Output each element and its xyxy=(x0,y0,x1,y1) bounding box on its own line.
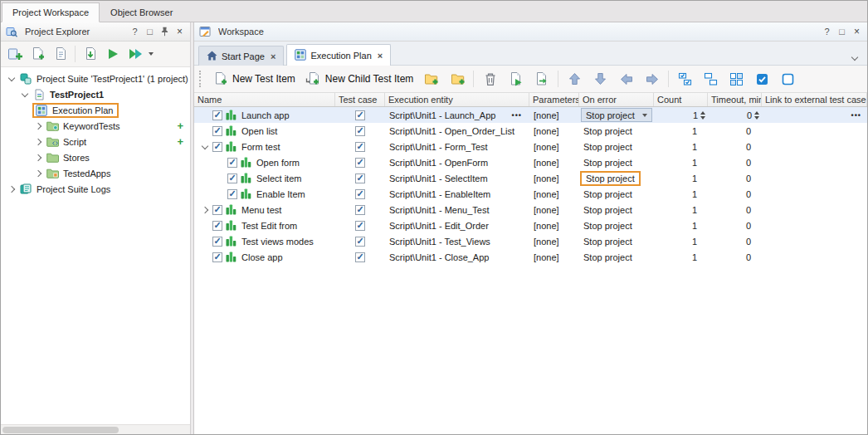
test-case-checkbox[interactable] xyxy=(355,205,365,215)
execution-entity-cell[interactable]: Script\Unit1 - Edit_Order xyxy=(385,218,529,233)
execution-entity-cell[interactable]: Script\Unit1 - Close_App xyxy=(385,249,529,265)
move-down-button[interactable] xyxy=(588,68,612,90)
on-error-cell[interactable]: Stop project xyxy=(579,170,654,186)
external-link-cell[interactable] xyxy=(762,123,867,139)
scrollbar-thumb[interactable] xyxy=(2,427,119,433)
external-link-cell[interactable] xyxy=(762,249,867,265)
timeout-cell[interactable]: 0 xyxy=(708,154,762,170)
uncheck-all-items-button[interactable] xyxy=(699,68,723,90)
parameters-cell[interactable]: [none] xyxy=(529,107,579,123)
add-new-item-button[interactable] xyxy=(27,44,48,65)
tree-item-script[interactable]: Script+ xyxy=(1,134,190,149)
test-item-row-form-test[interactable]: Form testScript\Unit1 - Form_Test[none]S… xyxy=(194,139,867,154)
execution-entity-cell[interactable]: Script\Unit1 - Test_Views xyxy=(385,233,529,249)
test-item-row-launch-app[interactable]: Launch appScript\Unit1 - Launch_App•••[n… xyxy=(194,107,867,123)
external-link-cell[interactable] xyxy=(762,233,867,249)
count-cell[interactable]: 1 xyxy=(654,218,708,233)
external-link-cell[interactable] xyxy=(762,154,867,170)
count-cell[interactable]: 1 xyxy=(654,170,708,186)
new-group-button[interactable] xyxy=(419,68,443,90)
expand-icon[interactable] xyxy=(35,138,41,144)
test-item-row-test-edit-from[interactable]: Test Edit fromScript\Unit1 - Edit_Order[… xyxy=(194,218,867,233)
execution-entity-cell[interactable]: Script\Unit1 - Menu_Test xyxy=(385,202,529,218)
disable-selected-button[interactable] xyxy=(776,68,800,90)
test-item-row-test-views-modes[interactable]: Test views modesScript\Unit1 - Test_View… xyxy=(194,233,867,249)
column-header-timeout[interactable]: Timeout, min xyxy=(708,93,762,106)
enable-selected-button[interactable] xyxy=(750,68,774,90)
test-item-row-menu-test[interactable]: Menu testScript\Unit1 - Menu_Test[none]S… xyxy=(194,202,867,218)
item-enabled-checkbox[interactable] xyxy=(227,174,237,183)
on-error-cell[interactable]: Stop project xyxy=(579,154,654,170)
pin-panel-icon[interactable] xyxy=(158,26,171,38)
move-left-button[interactable] xyxy=(614,68,638,90)
tab-start-page[interactable]: Start Page × xyxy=(198,46,284,66)
count-cell[interactable]: 1 xyxy=(654,233,708,249)
parameters-cell[interactable]: [none] xyxy=(529,186,579,202)
move-up-button[interactable] xyxy=(563,68,587,90)
toolbar-grip[interactable] xyxy=(199,71,202,87)
test-item-row-select-item[interactable]: Select itemScript\Unit1 - SelectItem[non… xyxy=(194,170,867,186)
timeout-cell[interactable]: 0 xyxy=(708,218,762,233)
expand-icon[interactable] xyxy=(202,206,208,213)
tree-item-testproject1[interactable]: TestProject1 xyxy=(1,86,190,102)
test-case-checkbox[interactable] xyxy=(355,221,365,231)
on-error-cell[interactable]: Stop project xyxy=(579,123,654,139)
run-options-dropdown-icon[interactable] xyxy=(149,52,154,56)
timeout-spinner[interactable] xyxy=(754,111,759,120)
timeout-cell[interactable]: 0 xyxy=(708,186,762,202)
test-item-row-open-list[interactable]: Open listScript\Unit1 - Open_Order_List[… xyxy=(194,123,867,139)
column-header-name[interactable]: Name xyxy=(194,93,335,106)
timeout-cell[interactable]: 0 xyxy=(708,249,762,265)
test-case-checkbox[interactable] xyxy=(355,189,365,199)
add-project-button[interactable] xyxy=(5,44,26,65)
close-panel-icon[interactable]: × xyxy=(851,26,863,38)
maximize-panel-icon[interactable]: □ xyxy=(144,26,156,38)
tab-list-dropdown-icon[interactable] xyxy=(852,51,857,61)
external-link-cell[interactable] xyxy=(762,186,867,202)
timeout-cell[interactable]: 0 xyxy=(708,233,762,249)
browse-entity-button[interactable]: ••• xyxy=(510,111,524,120)
add-icon[interactable]: + xyxy=(177,136,183,147)
test-case-checkbox[interactable] xyxy=(355,126,365,136)
close-panel-icon[interactable]: × xyxy=(173,26,186,38)
run-project-suite-button[interactable] xyxy=(124,44,145,65)
test-item-row-enable-item[interactable]: Enable ItemScript\Unit1 - EnableItem[non… xyxy=(194,186,867,202)
timeout-cell[interactable]: 0 xyxy=(708,123,762,139)
external-link-cell[interactable]: ••• xyxy=(762,107,867,123)
collapse-icon[interactable] xyxy=(8,74,15,81)
run-selected-item-button[interactable] xyxy=(504,68,528,90)
expand-icon[interactable] xyxy=(8,185,15,192)
test-item-row-open-form[interactable]: Open formScript\Unit1 - OpenForm[none]St… xyxy=(194,154,867,170)
tree-item-testedapps[interactable]: TestedApps xyxy=(1,165,190,181)
on-error-cell[interactable]: Stop project xyxy=(579,249,654,265)
test-case-checkbox[interactable] xyxy=(355,142,365,152)
execution-entity-cell[interactable]: Script\Unit1 - Launch_App••• xyxy=(385,107,529,123)
item-enabled-checkbox[interactable] xyxy=(212,126,222,136)
execution-entity-cell[interactable]: Script\Unit1 - EnableItem xyxy=(385,186,529,202)
count-cell[interactable]: 1 xyxy=(654,186,708,202)
execution-entity-cell[interactable]: Script\Unit1 - Form_Test xyxy=(385,139,529,154)
collapse-icon[interactable] xyxy=(202,142,208,149)
on-error-cell[interactable]: Stop project xyxy=(579,107,654,123)
item-enabled-checkbox[interactable] xyxy=(212,252,222,262)
tree-item-execution-plan[interactable]: Execution Plan xyxy=(1,102,190,118)
timeout-cell[interactable]: 0 xyxy=(708,170,762,186)
test-item-row-close-app[interactable]: Close appScript\Unit1 - Close_App[none]S… xyxy=(194,249,867,265)
run-test-button[interactable] xyxy=(102,44,123,65)
on-error-dropdown[interactable]: Stop project xyxy=(581,108,652,122)
parameters-cell[interactable]: [none] xyxy=(529,123,579,139)
add-icon[interactable]: + xyxy=(177,120,183,131)
parameters-cell[interactable]: [none] xyxy=(529,202,579,218)
tab-execution-plan[interactable]: Execution Plan × xyxy=(286,44,391,66)
help-icon[interactable]: ? xyxy=(129,26,141,38)
test-case-checkbox[interactable] xyxy=(355,110,365,120)
column-header-test-case[interactable]: Test case xyxy=(335,93,385,106)
tab-object-browser[interactable]: Object Browser xyxy=(100,2,183,22)
maximize-panel-icon[interactable]: □ xyxy=(836,26,848,38)
count-cell[interactable]: 1 xyxy=(654,107,708,123)
execution-entity-cell[interactable]: Script\Unit1 - Open_Order_List xyxy=(385,123,529,139)
item-enabled-checkbox[interactable] xyxy=(227,158,237,168)
external-link-cell[interactable] xyxy=(762,202,867,218)
parameters-cell[interactable]: [none] xyxy=(529,170,579,186)
expand-icon[interactable] xyxy=(35,154,41,160)
